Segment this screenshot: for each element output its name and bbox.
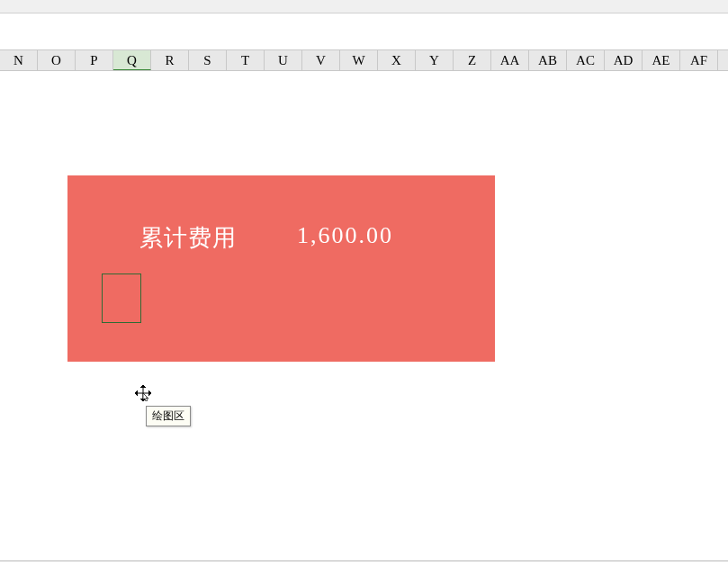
column-header-Q[interactable]: Q bbox=[113, 50, 151, 70]
column-header-V[interactable]: V bbox=[302, 50, 340, 70]
column-header-X[interactable]: X bbox=[378, 50, 416, 70]
ribbon-strip bbox=[0, 0, 728, 13]
column-header-R[interactable]: R bbox=[151, 50, 189, 70]
column-header-AD[interactable]: AD bbox=[605, 50, 643, 70]
column-header-P[interactable]: P bbox=[76, 50, 113, 70]
column-header-AB[interactable]: AB bbox=[529, 50, 567, 70]
column-header-AA[interactable]: AA bbox=[491, 50, 529, 70]
column-header-A[interactable]: A bbox=[718, 50, 728, 70]
column-header-W[interactable]: W bbox=[340, 50, 378, 70]
formula-bar-area bbox=[0, 13, 728, 49]
column-header-N[interactable]: N bbox=[0, 50, 38, 70]
column-header-T[interactable]: T bbox=[227, 50, 265, 70]
move-cursor-icon bbox=[135, 385, 151, 401]
column-header-Y[interactable]: Y bbox=[416, 50, 454, 70]
worksheet-area[interactable]: 累计费用 1,600.00 绘图区 bbox=[0, 71, 728, 564]
column-header-AF[interactable]: AF bbox=[680, 50, 718, 70]
column-header-AE[interactable]: AE bbox=[643, 50, 680, 70]
column-header-AC[interactable]: AC bbox=[567, 50, 605, 70]
column-headers[interactable]: NOPQRSTUVWXYZAAABACADAEAFA bbox=[0, 49, 728, 71]
chart-tooltip: 绘图区 bbox=[146, 406, 191, 426]
chart-object[interactable]: 累计费用 1,600.00 bbox=[67, 175, 495, 362]
plot-area-selection[interactable] bbox=[102, 274, 141, 323]
column-header-S[interactable]: S bbox=[189, 50, 227, 70]
column-header-Z[interactable]: Z bbox=[454, 50, 491, 70]
chart-data-label[interactable]: 1,600.00 bbox=[297, 222, 393, 249]
chart-title[interactable]: 累计费用 bbox=[139, 222, 237, 254]
column-header-U[interactable]: U bbox=[265, 50, 302, 70]
column-header-O[interactable]: O bbox=[38, 50, 76, 70]
viewport-edge bbox=[0, 561, 728, 561]
